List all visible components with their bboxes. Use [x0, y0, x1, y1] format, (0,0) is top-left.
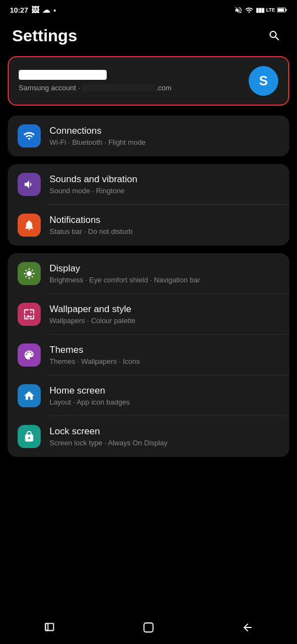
display-icon: [18, 262, 41, 285]
notifications-label: Notifications: [50, 215, 279, 226]
sounds-label: Sounds and vibration: [50, 174, 279, 185]
sounds-sublabel: Sound mode · Ringtone: [50, 187, 279, 195]
notifications-sublabel: Status bar · Do not disturb: [50, 227, 279, 236]
battery-icon: [277, 6, 287, 14]
wifi-status-icon: [245, 6, 254, 14]
homescreen-label: Home screen: [50, 385, 279, 396]
cloud-icon: ☁: [42, 6, 50, 14]
page-title: Settings: [12, 26, 77, 45]
display-label: Display: [50, 263, 279, 274]
themes-icon: [18, 343, 41, 367]
wallpaper-label: Wallpaper and style: [50, 304, 279, 315]
connections-label: Connections: [50, 125, 279, 137]
svg-rect-1: [278, 8, 284, 11]
account-email-blur: [82, 84, 154, 91]
account-info: Samsung account · .com: [19, 70, 242, 92]
mute-icon: [234, 6, 243, 14]
display-item[interactable]: Display Brightness · Eye comfort shield …: [8, 253, 289, 294]
notifications-item[interactable]: Notifications Status bar · Do not distur…: [8, 205, 289, 245]
account-email: Samsung account · .com: [19, 84, 242, 92]
homescreen-sublabel: Layout · App icon badges: [50, 398, 279, 406]
search-button[interactable]: [264, 25, 285, 46]
notifications-icon: [18, 214, 41, 237]
home-button[interactable]: [132, 616, 165, 638]
lockscreen-item[interactable]: Lock screen Screen lock type · Always On…: [8, 416, 289, 457]
display-group: Display Brightness · Eye comfort shield …: [8, 253, 289, 457]
sounds-icon: [18, 173, 41, 196]
signal-icon: ▮▮▮: [256, 7, 264, 14]
lockscreen-sublabel: Screen lock type · Always On Display: [50, 439, 279, 447]
themes-item[interactable]: Themes Themes · Wallpapers · Icons: [8, 335, 289, 375]
recent-apps-button[interactable]: [33, 616, 66, 638]
avatar: S: [249, 66, 278, 96]
wallpaper-icon: [18, 303, 41, 326]
status-icons: ▮▮▮ LTE: [234, 6, 287, 14]
wallpaper-text: Wallpaper and style Wallpapers · Colour …: [50, 304, 279, 325]
bottom-nav: [0, 613, 297, 644]
lte-icon: LTE: [266, 7, 275, 13]
svg-rect-4: [46, 624, 54, 631]
lockscreen-text: Lock screen Screen lock type · Always On…: [50, 426, 279, 447]
connections-icon: [18, 124, 41, 148]
dot-icon: •: [53, 6, 56, 14]
themes-label: Themes: [50, 345, 279, 356]
connections-item[interactable]: Connections Wi-Fi · Bluetooth · Flight m…: [8, 116, 289, 156]
homescreen-icon: [18, 384, 41, 407]
notifications-text: Notifications Status bar · Do not distur…: [50, 215, 279, 236]
homescreen-item[interactable]: Home screen Layout · App icon badges: [8, 375, 289, 416]
sounds-notifications-group: Sounds and vibration Sound mode · Ringto…: [8, 164, 289, 245]
homescreen-text: Home screen Layout · App icon badges: [50, 385, 279, 406]
lockscreen-label: Lock screen: [50, 426, 279, 437]
back-button[interactable]: [231, 616, 264, 638]
status-time: 10:27: [10, 6, 28, 14]
account-name-blur: [19, 70, 107, 80]
connections-group: Connections Wi-Fi · Bluetooth · Flight m…: [8, 116, 289, 156]
svg-rect-5: [144, 623, 153, 632]
sounds-text: Sounds and vibration Sound mode · Ringto…: [50, 174, 279, 195]
status-bar: 10:27 🖼 ☁ • ▮▮▮ LTE: [0, 0, 297, 18]
themes-sublabel: Themes · Wallpapers · Icons: [50, 357, 279, 365]
connections-text: Connections Wi-Fi · Bluetooth · Flight m…: [50, 125, 279, 146]
display-text: Display Brightness · Eye comfort shield …: [50, 263, 279, 284]
svg-rect-2: [285, 9, 287, 11]
lockscreen-icon: [18, 425, 41, 448]
sounds-item[interactable]: Sounds and vibration Sound mode · Ringto…: [8, 164, 289, 205]
connections-sublabel: Wi-Fi · Bluetooth · Flight mode: [50, 138, 279, 146]
wallpaper-item[interactable]: Wallpaper and style Wallpapers · Colour …: [8, 294, 289, 335]
page-header: Settings: [0, 18, 297, 56]
display-sublabel: Brightness · Eye comfort shield · Naviga…: [50, 276, 279, 284]
account-card[interactable]: Samsung account · .com S: [8, 56, 289, 106]
photo-icon: 🖼: [31, 6, 39, 14]
wallpaper-sublabel: Wallpapers · Colour palette: [50, 316, 279, 325]
themes-text: Themes Themes · Wallpapers · Icons: [50, 345, 279, 365]
